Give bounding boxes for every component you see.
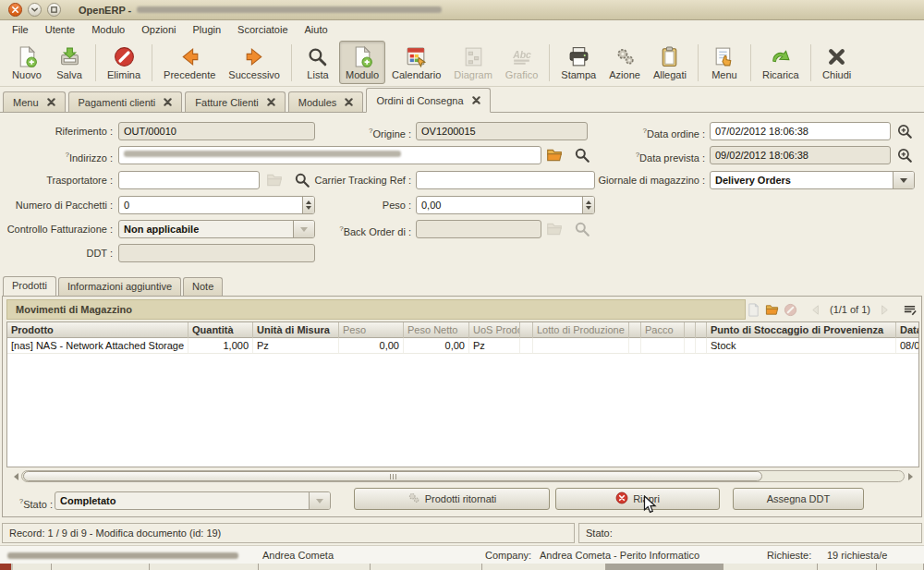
data-prevista-field[interactable]: 09/02/2012 18:06:38 (710, 146, 891, 164)
column-header[interactable] (696, 322, 707, 338)
trasportatore-field[interactable] (118, 171, 260, 189)
menu-modulo[interactable]: Modulo (83, 21, 133, 38)
window-minimize-button[interactable] (28, 3, 42, 17)
scroll-right-icon[interactable] (905, 469, 919, 483)
toolbar-button-azione[interactable]: Azione (602, 41, 647, 84)
zoom-date-icon[interactable] (896, 123, 913, 139)
column-header[interactable]: Quantità (188, 322, 253, 338)
previous-page-icon (809, 303, 823, 317)
taskbar-item[interactable] (482, 564, 606, 570)
search-icon[interactable] (574, 147, 590, 164)
indirizzo-field[interactable] (118, 146, 541, 164)
toolbar-button-ricarica[interactable]: Ricarica (756, 41, 806, 84)
prodotti-ritornati-button[interactable]: Prodotti ritornati (354, 488, 550, 510)
window-maximize-button[interactable] (47, 3, 61, 17)
numero-pacchetti-field[interactable]: 0 (118, 196, 315, 214)
tab-close-icon[interactable] (267, 97, 275, 108)
taskbar-item[interactable] (371, 564, 482, 570)
column-header[interactable]: Unità di Misura (253, 322, 339, 338)
toolbar-button-modulo[interactable]: Modulo (339, 41, 385, 84)
taskbar-item[interactable] (150, 564, 259, 570)
toolbar-button-nuovo[interactable]: Nuovo (6, 41, 48, 84)
scrollbar-thumb[interactable] (23, 471, 762, 481)
chevron-down-icon[interactable] (893, 172, 914, 188)
toolbar-button-chiudi[interactable]: Chiudi (816, 41, 858, 84)
taskbar-item[interactable] (52, 564, 150, 570)
column-header[interactable]: Data (896, 322, 919, 338)
toolbar-button-calendario[interactable]: Calendario (385, 41, 447, 84)
toolbar-button-precedente[interactable]: Precedente (157, 41, 222, 84)
tab-pagamenti-clienti[interactable]: Pagamenti clienti (68, 91, 183, 112)
menu-opzioni[interactable]: Opzioni (133, 21, 184, 38)
spinner-up-down-icon[interactable] (582, 197, 594, 213)
scrollbar-track[interactable] (21, 470, 905, 482)
toolbar-button-elimina[interactable]: Elimina (101, 41, 147, 84)
column-header[interactable]: Punto di Stoccaggio di Provenienza (707, 322, 896, 338)
toolbar-button-lista[interactable]: Lista (297, 41, 339, 84)
taskbar-item[interactable] (259, 564, 371, 570)
scroll-left-icon[interactable] (6, 469, 21, 483)
taskbar-item-active[interactable] (606, 564, 723, 570)
column-header[interactable] (685, 322, 696, 338)
redacted-address (124, 151, 401, 157)
menu-scorciatoie[interactable]: Scorciatoie (229, 21, 296, 38)
toolbar-button-salva[interactable]: Salva (48, 41, 91, 84)
toolbar-button-successivo[interactable]: Successivo (222, 41, 286, 84)
menu-plugin[interactable]: Plugin (185, 21, 230, 38)
column-header[interactable] (520, 322, 533, 338)
column-header[interactable]: Peso Netto (404, 322, 469, 338)
tab-close-icon[interactable] (345, 97, 353, 108)
tab-note[interactable]: Note (183, 277, 223, 296)
taskbar-item[interactable] (818, 564, 877, 570)
menu-aiuto[interactable]: Aiuto (297, 21, 336, 38)
tab-ordini-di-consegna[interactable]: Ordini di Consegna (366, 88, 490, 113)
requests-value[interactable]: 19 richiesta/e (827, 546, 887, 564)
column-header[interactable] (629, 322, 641, 338)
tab-informazioni-aggiuntive[interactable]: Informazioni aggiuntive (58, 277, 181, 296)
menu-file[interactable]: File (4, 21, 37, 38)
column-header[interactable]: UoS Prodotto (469, 322, 520, 338)
column-header[interactable]: Prodotto (7, 322, 188, 338)
tab-close-icon[interactable] (164, 97, 172, 108)
window-close-button[interactable] (8, 3, 22, 17)
menu-utente[interactable]: Utente (37, 21, 83, 38)
one2many-toolbar: (1/1 of 1) (746, 303, 918, 317)
peso-field[interactable]: 0,00 (416, 196, 595, 214)
assegna-ddt-button[interactable]: Assegna DDT (733, 488, 864, 510)
stock-moves-table[interactable]: Prodotto Quantità Unità di Misura Peso P… (6, 321, 919, 467)
tab-close-icon[interactable] (472, 95, 480, 106)
toolbar-button-allegati[interactable]: Allegati (647, 41, 693, 84)
taskbar-item[interactable] (723, 564, 818, 570)
zoom-date-icon[interactable] (896, 147, 913, 164)
column-header[interactable]: Peso (339, 322, 404, 338)
table-row[interactable]: [nas] NAS - Network Attached Storage 1,0… (7, 338, 918, 354)
riferimento-field[interactable]: OUT/00010 (118, 122, 315, 140)
statusbar-state: Stato: (578, 523, 922, 543)
tab-prodotti[interactable]: Prodotti (3, 276, 56, 297)
carrier-tracking-ref-field[interactable] (416, 171, 595, 189)
tab-menu[interactable]: Menu (3, 91, 66, 112)
horizontal-scrollbar[interactable] (6, 469, 919, 483)
origine-field[interactable]: OV1200015 (416, 122, 588, 140)
tab-fatture-clienti[interactable]: Fatture Clienti (185, 91, 285, 112)
redacted-server-info (7, 552, 238, 559)
open-folder-icon[interactable] (765, 303, 779, 317)
tab-close-icon[interactable] (47, 97, 55, 108)
controllo-fatturazione-select[interactable]: Non applicabile (118, 220, 315, 238)
search-icon (574, 221, 590, 237)
toolbar-separator (152, 44, 152, 81)
taskbar-item[interactable] (877, 564, 924, 570)
open-folder-icon[interactable] (546, 147, 563, 164)
column-header[interactable]: Lotto di Produzione (533, 322, 629, 338)
taskbar-item[interactable] (13, 564, 52, 570)
giornale-magazzino-select[interactable]: Delivery Orders (710, 171, 915, 189)
toolbar-button-stampa[interactable]: Stampa (554, 41, 602, 84)
riapri-button[interactable]: Riapri (555, 488, 720, 510)
switch-view-icon[interactable] (903, 303, 917, 317)
toolbar-button-menu[interactable]: Menu (703, 41, 746, 84)
data-ordine-field[interactable]: 07/02/2012 18:06:38 (710, 122, 891, 140)
menu-icon (712, 44, 736, 68)
tab-modules[interactable]: Modules (288, 91, 364, 112)
new-record-icon[interactable] (747, 303, 760, 317)
column-header[interactable]: Pacco (641, 322, 685, 338)
